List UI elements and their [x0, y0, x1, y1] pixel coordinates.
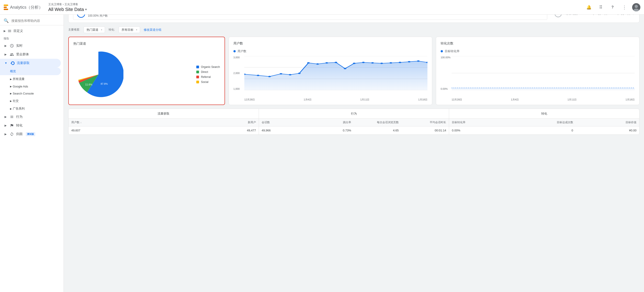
table-section-header-conversions: 转化 [449, 109, 639, 119]
svg-point-25 [408, 61, 410, 62]
users-chart-area: 3,000 2,000 1,000 [234, 56, 428, 97]
td-new-users: 49,477 [164, 126, 258, 134]
apps-icon[interactable]: ⠿ [597, 3, 605, 12]
help-icon[interactable]: ? [608, 3, 617, 12]
legend-dot-referral [196, 76, 199, 78]
acquisition-icon [10, 61, 14, 65]
legend-dot-social [196, 81, 199, 83]
legend-item-social: Social [196, 80, 220, 84]
search-input[interactable] [12, 19, 60, 22]
th-goal-completions[interactable]: 目标达成次数 [512, 119, 576, 126]
conversions-chart-area: 100.00% 0.00% [441, 56, 635, 97]
legend-item-direct: Direct [196, 70, 220, 74]
svg-point-19 [353, 63, 356, 64]
conversions-legend-dot [441, 50, 443, 52]
svg-point-24 [398, 62, 401, 63]
sidebar-item-campaigns[interactable]: ▶ 广告系列 [0, 105, 61, 112]
conversions-x-labels: 12月28日 1月4日 1月11日 1月18日 [452, 98, 635, 101]
charts-grid: 热门渠道 [68, 37, 640, 105]
sidebar-item-all-traffic[interactable]: ▶ 所有流量 [0, 75, 61, 83]
td-sessions: 49,966 [259, 126, 306, 134]
sidebar-item-social[interactable]: ▶ 社交 [0, 97, 61, 105]
nav-title-area: 王光卫博客 › 王光卫博客 All Web Site Data ▾ [48, 2, 87, 12]
pie-label-direct: 11.6% [85, 83, 92, 86]
table-section-header-acquisition: 流量获取 [68, 109, 259, 119]
more-options-icon[interactable]: ⋮ [620, 3, 628, 12]
legend-dot-organic [196, 66, 199, 68]
sidebar-item-google-ads[interactable]: ▶ Google Ads [0, 83, 61, 90]
users-legend-label: 用户数 [238, 49, 246, 53]
primary-dimension-select[interactable]: 热门渠道 [84, 26, 105, 33]
th-new-users[interactable]: 新用户 [164, 119, 258, 126]
th-sessions[interactable]: 会话数 [259, 119, 306, 126]
bottom-table: 流量获取 用户数 ↓ 新用户 49,607 49,477 行为 [68, 109, 640, 135]
sidebar-item-realtime[interactable]: ▶ 实时 [0, 42, 61, 50]
conversions-legend-label: 目标转化率 [445, 49, 460, 53]
pie-chart-title: 热门渠道 [73, 42, 220, 46]
svg-point-1 [635, 5, 638, 8]
sidebar-item-search-console[interactable]: ▶ Search Console [0, 90, 61, 97]
users-legend-dot [234, 50, 236, 52]
svg-point-9 [257, 75, 260, 76]
sidebar-item-customize[interactable]: ▶ 目定义 [0, 27, 64, 34]
sidebar-item-behavior[interactable]: ▶ 行为 [0, 112, 61, 121]
beta-badge: 测试版 [26, 132, 35, 136]
conversions-chart-title: 转化次数 [441, 42, 635, 46]
td-bounce-rate: 0.73% [306, 126, 354, 134]
pie-chart-card: 热门渠道 [68, 37, 225, 105]
svg-point-14 [307, 62, 310, 64]
realtime-icon [10, 44, 14, 48]
primary-dimension-label: 主要维度: [68, 28, 80, 32]
svg-point-13 [298, 73, 300, 74]
sidebar-customize-label: 目定义 [14, 29, 23, 33]
table-row: 49,966 0.73% 4.65 00:01:14 [259, 126, 449, 134]
conversions-icon [10, 124, 14, 128]
avatar[interactable] [632, 3, 640, 12]
svg-point-10 [268, 76, 271, 77]
pie-container: 87.8% 11.6% Organic Search Direct [73, 50, 220, 100]
expand-icon: ▶ [10, 78, 12, 80]
sidebar-item-overview[interactable]: 概览 [0, 68, 61, 75]
expand-icon: ▶ [4, 132, 6, 136]
modify-channel-link[interactable]: 修改渠道分组 [144, 28, 162, 32]
th-goal-conversion-rate[interactable]: 目标转化率 [449, 119, 512, 126]
breadcrumb: 王光卫博客 › 王光卫博客 [48, 2, 87, 6]
sidebar-item-attribution[interactable]: ▶ 归因 测试版 [0, 130, 61, 138]
td-users: 49,607 [68, 126, 164, 134]
sort-arrow-icon: ↓ [80, 121, 82, 124]
expand-icon: ▶ [4, 124, 6, 127]
notifications-icon[interactable]: 🔔 [585, 3, 593, 12]
sidebar-item-audience[interactable]: ▶ 受众群体 [0, 50, 61, 59]
view-dropdown-icon[interactable]: ▾ [85, 8, 87, 11]
sidebar-reports-label: 报告 [0, 34, 64, 42]
table-section-conversions: 转化 目标转化率 目标达成次数 目标价值 0.00% 0 ¥0.00 [449, 109, 639, 134]
th-bounce-rate[interactable]: 跳出率 [306, 119, 354, 126]
sidebar-item-acquisition[interactable]: ▼ 流量获取 [0, 59, 61, 68]
expand-icon: ▶ [10, 85, 12, 88]
table-header-row-acquisition: 用户数 ↓ 新用户 [68, 119, 259, 126]
conversion-select[interactable]: 所有目标 [119, 26, 140, 33]
svg-point-17 [334, 62, 337, 63]
app-name: Analytics（分析） [10, 4, 43, 10]
expand-icon: ▶ [4, 115, 6, 118]
sidebar-item-conversions[interactable]: ▶ 转化 [0, 121, 61, 130]
expand-icon: ▶ [10, 108, 12, 110]
table-sections: 流量获取 用户数 ↓ 新用户 49,607 49,477 行为 [68, 109, 639, 134]
expand-icon: ▶ [4, 53, 6, 56]
th-pages-per-session[interactable]: 每次会话浏览页数 [354, 119, 402, 126]
th-avg-session-duration[interactable]: 平均会话时长 [402, 119, 449, 126]
attribution-icon [10, 132, 14, 136]
pie-label-organic: 87.8% [101, 82, 108, 85]
view-title[interactable]: All Web Site Data ▾ [48, 7, 87, 12]
svg-point-15 [316, 63, 319, 65]
svg-point-11 [280, 73, 282, 74]
svg-point-16 [326, 62, 328, 64]
svg-point-18 [344, 68, 346, 69]
users-chart-svg-wrap [244, 56, 428, 97]
td-goal-value: ¥0.00 [576, 126, 639, 134]
conversions-chart-card: 转化次数 目标转化率 100.00% 0.00% [436, 37, 640, 105]
th-goal-value[interactable]: 目标价值 [576, 119, 639, 126]
expand-icon: ▶ [4, 44, 6, 48]
th-users[interactable]: 用户数 ↓ [68, 119, 164, 126]
td-goal-completions: 0 [512, 126, 576, 134]
